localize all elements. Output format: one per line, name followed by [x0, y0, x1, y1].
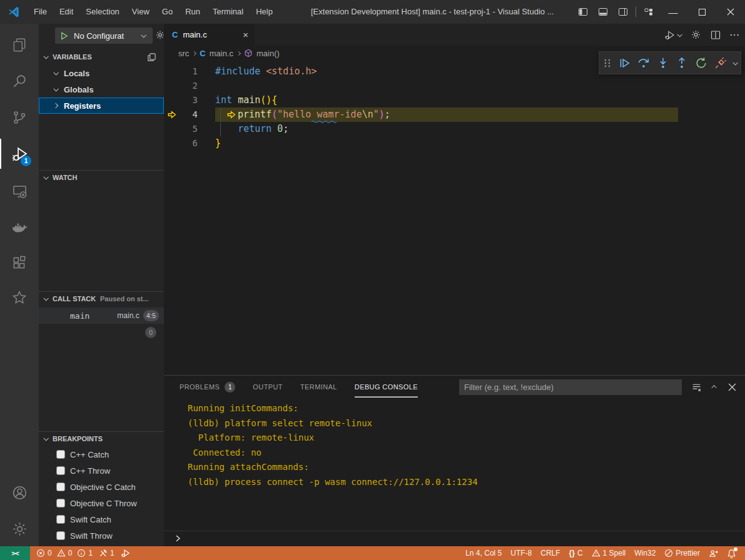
- console-filter-input[interactable]: [459, 379, 682, 395]
- breakpoint-row[interactable]: Swift Throw: [39, 528, 164, 544]
- activity-source-control-icon[interactable]: [0, 102, 39, 132]
- menu-terminal[interactable]: Terminal: [206, 0, 250, 24]
- breakpoint-row[interactable]: Swift Catch: [39, 511, 164, 528]
- variables-section-header[interactable]: VARIABLES: [39, 50, 164, 64]
- checkbox-unchecked[interactable]: [56, 515, 65, 524]
- drag-grip-icon[interactable]: [603, 58, 612, 69]
- menu-go[interactable]: Go: [156, 0, 179, 24]
- gutter-line-2[interactable]: 2: [164, 79, 215, 93]
- activity-star-icon[interactable]: [0, 282, 39, 312]
- notifications-bell-icon[interactable]: [727, 549, 736, 558]
- formatter-status[interactable]: Prettier: [664, 549, 700, 558]
- activity-docker-icon[interactable]: [0, 212, 39, 242]
- code-line-3[interactable]: int main(){: [215, 93, 745, 108]
- activity-accounts-icon[interactable]: [0, 478, 39, 508]
- breakpoints-section-header[interactable]: BREAKPOINTS: [39, 431, 164, 445]
- step-over-icon[interactable]: [637, 56, 651, 70]
- close-window-button[interactable]: [716, 0, 745, 24]
- gutter-line-5[interactable]: 5: [164, 122, 215, 136]
- menu-view[interactable]: View: [126, 0, 156, 24]
- language-status[interactable]: {} C: [569, 549, 583, 558]
- checkbox-unchecked[interactable]: [56, 466, 65, 475]
- panel-tab-terminal[interactable]: TERMINAL: [300, 376, 337, 398]
- panel-tab-problems[interactable]: PROBLEMS1: [180, 376, 235, 398]
- editor-content[interactable]: #include <stdio.h>int main(){printf("hel…: [215, 64, 745, 151]
- toggle-secondary-sidebar-icon[interactable]: [613, 0, 633, 24]
- debug-settings-gear-icon[interactable]: [155, 30, 164, 40]
- breakpoint-row[interactable]: C++ Throw: [39, 462, 164, 479]
- gutter-line-1[interactable]: 1: [164, 64, 215, 79]
- menu-run[interactable]: Run: [179, 0, 206, 24]
- code-line-6[interactable]: }: [215, 136, 745, 151]
- gutter-line-3[interactable]: 3: [164, 93, 215, 108]
- breadcrumb-file[interactable]: main.c: [210, 49, 233, 58]
- disconnect-icon[interactable]: [714, 56, 727, 70]
- eol-status[interactable]: CRLF: [540, 549, 560, 558]
- activity-explorer-icon[interactable]: [0, 30, 39, 60]
- code-line-2[interactable]: [215, 79, 745, 93]
- panel-tab-debug-console[interactable]: DEBUG CONSOLE: [355, 376, 418, 398]
- activity-remote-explorer-icon[interactable]: [0, 176, 39, 206]
- tab-main-c[interactable]: C main.c ×: [164, 24, 255, 46]
- checkbox-unchecked[interactable]: [56, 482, 65, 491]
- thread-row[interactable]: 0: [39, 325, 164, 341]
- breakpoint-row[interactable]: C++ Catch: [39, 446, 164, 462]
- copy-icon[interactable]: [147, 52, 156, 62]
- cursor-position[interactable]: Ln 4, Col 5: [465, 549, 502, 558]
- debug-config-dropdown[interactable]: No Configurat: [55, 28, 153, 44]
- watch-section-header[interactable]: WATCH: [39, 170, 164, 184]
- run-or-debug-button[interactable]: [664, 29, 681, 41]
- remote-indicator[interactable]: ><: [0, 546, 30, 560]
- gutter-line-6[interactable]: 6: [164, 136, 215, 151]
- breakpoint-row[interactable]: Objective C Throw: [39, 495, 164, 511]
- step-into-icon[interactable]: [656, 56, 670, 70]
- chevron-down-icon[interactable]: [733, 60, 738, 65]
- toolchain-status[interactable]: 1: [99, 549, 114, 558]
- variables-scope-globals[interactable]: Globals: [39, 81, 164, 98]
- activity-search-icon[interactable]: [0, 66, 39, 96]
- panel-tab-output[interactable]: OUTPUT: [253, 376, 283, 398]
- problems-status[interactable]: 0 0 1: [36, 549, 93, 558]
- platform-status[interactable]: Win32: [634, 549, 656, 558]
- feedback-icon[interactable]: [709, 549, 718, 558]
- code-editor[interactable]: 123456 #include <stdio.h>int main(){prin…: [164, 61, 745, 375]
- close-panel-icon[interactable]: [728, 383, 736, 391]
- debug-console-output[interactable]: Running initCommands:(lldb) platform sel…: [164, 398, 745, 531]
- activity-extensions-icon[interactable]: [0, 248, 39, 278]
- stack-frame-row[interactable]: main main.c 4:5: [39, 308, 164, 324]
- activity-run-debug-icon[interactable]: 1: [0, 139, 39, 169]
- variables-scope-locals[interactable]: Locals: [39, 65, 164, 81]
- menu-edit[interactable]: Edit: [53, 0, 79, 24]
- callstack-section-header[interactable]: CALL STACK Paused on st...: [39, 291, 164, 305]
- toggle-sidebar-icon[interactable]: [573, 0, 593, 24]
- restart-icon[interactable]: [694, 56, 708, 70]
- continue-icon[interactable]: [617, 56, 631, 70]
- editor-gear-icon[interactable]: [691, 29, 701, 40]
- code-line-5[interactable]: return 0;: [215, 122, 745, 136]
- code-line-4[interactable]: printf("hello wamr-ide\n");: [215, 108, 745, 122]
- start-debug-icon[interactable]: [59, 31, 69, 41]
- customize-layout-icon[interactable]: [639, 0, 659, 24]
- maximize-panel-icon[interactable]: [711, 385, 716, 390]
- menu-file[interactable]: File: [28, 0, 53, 24]
- spell-status[interactable]: 1 Spell: [592, 549, 626, 558]
- gutter-line-4[interactable]: 4: [164, 108, 215, 122]
- checkbox-unchecked[interactable]: [56, 450, 65, 459]
- breadcrumb-src[interactable]: src: [178, 49, 189, 58]
- menu-selection[interactable]: Selection: [79, 0, 125, 24]
- variables-scope-registers[interactable]: Registers: [39, 98, 164, 114]
- split-editor-icon[interactable]: [711, 30, 721, 40]
- clear-console-icon[interactable]: [691, 382, 702, 392]
- tab-close-icon[interactable]: ×: [243, 29, 248, 40]
- encoding-status[interactable]: UTF-8: [510, 549, 532, 558]
- checkbox-unchecked[interactable]: [56, 531, 65, 540]
- editor-gutter[interactable]: 123456: [164, 64, 215, 151]
- toggle-panel-icon[interactable]: [593, 0, 613, 24]
- step-out-icon[interactable]: [675, 56, 689, 70]
- debug-console-input[interactable]: [164, 531, 745, 546]
- debug-status[interactable]: [121, 548, 131, 558]
- activity-settings-gear-icon[interactable]: [0, 514, 39, 544]
- breakpoint-row[interactable]: Objective C Catch: [39, 479, 164, 495]
- checkbox-unchecked[interactable]: [56, 499, 65, 508]
- breadcrumb-symbol[interactable]: main(): [256, 49, 280, 58]
